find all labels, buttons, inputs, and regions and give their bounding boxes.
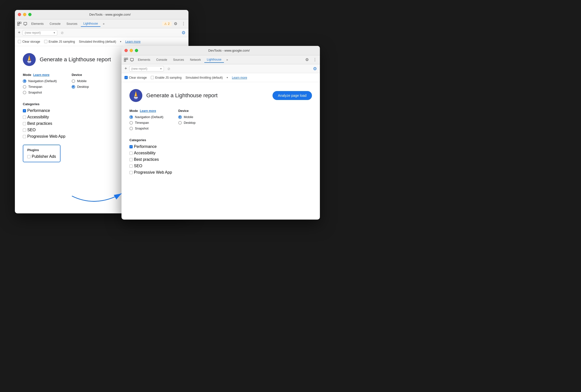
- device-icon[interactable]: [23, 21, 28, 26]
- mode-timespan-back[interactable]: Timespan: [23, 85, 57, 88]
- clear-storage-checkbox-back[interactable]: [18, 40, 21, 43]
- cat-seo-cb-front[interactable]: [129, 164, 133, 168]
- cat-performance-front[interactable]: ✓ Performance: [129, 144, 312, 149]
- lighthouse-logo-front: [129, 89, 142, 102]
- js-sampling-option-back[interactable]: Enable JS sampling: [44, 40, 75, 44]
- mode-snapshot-back[interactable]: Snapshot: [23, 90, 57, 94]
- clear-storage-option-front[interactable]: ✓ Clear storage: [124, 76, 147, 80]
- cat-performance-cb-front[interactable]: ✓: [129, 145, 133, 148]
- inspect-icon[interactable]: [17, 21, 22, 26]
- mode-timespan-front[interactable]: Timespan: [129, 121, 163, 124]
- cat-pwa-cb-front[interactable]: [129, 171, 133, 174]
- cat-best-practices-cb-back[interactable]: [23, 122, 26, 125]
- tab-console-front[interactable]: Console: [154, 57, 170, 62]
- plugin-publisher-ads-back[interactable]: Publisher Ads: [27, 154, 56, 159]
- report-header-front: Generate a Lighthouse report Analyze pag…: [129, 89, 312, 102]
- throttling-arrow-back[interactable]: ▾: [120, 40, 121, 43]
- more-icon-back[interactable]: ⋮: [180, 21, 186, 27]
- report-selector-back[interactable]: (new report) ▾: [22, 30, 57, 36]
- device-mobile-back[interactable]: Mobile: [72, 79, 89, 83]
- cat-best-practices-front[interactable]: Best practices: [129, 157, 312, 162]
- tab-network-front[interactable]: Network: [187, 57, 203, 62]
- minimize-button-back[interactable]: [23, 13, 26, 16]
- analyze-button-front[interactable]: Analyze page load: [273, 91, 312, 100]
- mode-navigation-radio-back[interactable]: [23, 80, 26, 83]
- device-label-back: Device: [72, 73, 89, 77]
- learn-more-link-back[interactable]: Learn more: [125, 40, 140, 44]
- close-button-back[interactable]: [18, 13, 21, 16]
- clear-storage-option-back[interactable]: Clear storage: [18, 40, 40, 44]
- clear-storage-checkbox-front[interactable]: ✓: [124, 76, 128, 79]
- js-sampling-checkbox-front[interactable]: [151, 76, 154, 79]
- tab-elements-back[interactable]: Elements: [29, 21, 46, 26]
- device-mobile-radio-back[interactable]: [72, 80, 75, 83]
- mode-timespan-radio-front[interactable]: [129, 121, 133, 124]
- mode-snapshot-front[interactable]: Snapshot: [129, 126, 163, 130]
- clear-report-icon-back[interactable]: ⊘: [59, 30, 65, 36]
- device-desktop-radio-back[interactable]: [72, 85, 75, 88]
- tab-bar-back: Elements Console Sources Lighthouse » ⚠ …: [15, 19, 188, 28]
- mode-navigation-radio-front[interactable]: [129, 115, 133, 119]
- plugins-label-back: Plugins: [27, 148, 56, 152]
- device-desktop-front[interactable]: Desktop: [178, 121, 196, 124]
- mode-navigation-front[interactable]: Navigation (Default): [129, 115, 163, 119]
- add-report-button-back[interactable]: +: [18, 30, 20, 35]
- maximize-button-front[interactable]: [135, 49, 138, 52]
- mode-learn-more-back[interactable]: Learn more: [33, 73, 49, 77]
- clear-report-icon-front[interactable]: ⊘: [166, 66, 172, 72]
- device-icon-front[interactable]: [129, 57, 134, 62]
- close-button-front[interactable]: [124, 49, 128, 52]
- title-bar-back: DevTools - www.google.com/: [15, 10, 188, 19]
- js-sampling-label-front: Enable JS sampling: [155, 76, 181, 80]
- cat-accessibility-cb-front[interactable]: [129, 152, 133, 155]
- device-desktop-radio-front[interactable]: [178, 121, 182, 124]
- cat-pwa-cb-back[interactable]: [23, 135, 26, 138]
- settings-icon-front[interactable]: ⚙: [304, 57, 310, 63]
- more-icon-front[interactable]: ⋮: [312, 57, 318, 63]
- throttling-text-front: Simulated throttling (default): [185, 76, 223, 80]
- js-sampling-label-back: Enable JS sampling: [48, 40, 75, 44]
- tab-console-back[interactable]: Console: [47, 21, 63, 26]
- report-selector-front[interactable]: (new report) ▾: [129, 66, 164, 72]
- cat-accessibility-cb-back[interactable]: [23, 116, 26, 119]
- cat-pwa-front[interactable]: Progressive Web App: [129, 170, 312, 175]
- mode-navigation-back[interactable]: Navigation (Default): [23, 79, 57, 83]
- inspect-icon-front[interactable]: [123, 57, 128, 62]
- cat-accessibility-front[interactable]: Accessibility: [129, 151, 312, 155]
- cat-seo-front[interactable]: SEO: [129, 164, 312, 168]
- js-sampling-checkbox-back[interactable]: [44, 40, 47, 43]
- settings-gear-back[interactable]: ⚙: [181, 30, 185, 36]
- tab-lighthouse-back[interactable]: Lighthouse: [81, 21, 100, 27]
- learn-more-link-front[interactable]: Learn more: [232, 76, 247, 80]
- device-desktop-back[interactable]: Desktop: [72, 85, 89, 88]
- tab-lighthouse-front[interactable]: Lighthouse: [204, 57, 224, 63]
- clear-storage-label-back: Clear storage: [22, 40, 40, 44]
- mode-snapshot-radio-front[interactable]: [129, 127, 133, 130]
- tab-sources-front[interactable]: Sources: [171, 57, 186, 62]
- settings-gear-front[interactable]: ⚙: [313, 66, 317, 72]
- cat-performance-cb-back[interactable]: ✓: [23, 109, 26, 112]
- mode-label-front: Mode Learn more: [129, 109, 163, 113]
- tab-elements-front[interactable]: Elements: [135, 57, 153, 62]
- tab-sources-back[interactable]: Sources: [64, 21, 80, 26]
- throttling-arrow-front[interactable]: ▾: [227, 76, 228, 79]
- report-placeholder-front: (new report): [131, 67, 147, 70]
- traffic-lights-back: [18, 13, 31, 16]
- device-mobile-front[interactable]: Mobile: [178, 115, 196, 119]
- cat-seo-cb-back[interactable]: [23, 128, 26, 132]
- cat-best-practices-cb-front[interactable]: [129, 158, 133, 161]
- mode-label-back: Mode Learn more: [23, 73, 57, 77]
- add-report-button-front[interactable]: +: [124, 66, 127, 71]
- plugin-publisher-ads-cb-back[interactable]: [27, 155, 30, 158]
- tab-more-front[interactable]: »: [225, 57, 230, 62]
- maximize-button-back[interactable]: [28, 13, 31, 16]
- tab-more-back[interactable]: »: [101, 21, 106, 26]
- js-sampling-option-front[interactable]: Enable JS sampling: [151, 76, 181, 80]
- mode-snapshot-radio-back[interactable]: [23, 91, 26, 94]
- mode-timespan-radio-back[interactable]: [23, 85, 26, 88]
- settings-icon-back[interactable]: ⚙: [173, 21, 178, 27]
- device-mobile-radio-front[interactable]: [178, 115, 182, 119]
- mode-learn-more-front[interactable]: Learn more: [140, 109, 156, 113]
- svg-rect-2: [17, 24, 19, 26]
- minimize-button-front[interactable]: [130, 49, 133, 52]
